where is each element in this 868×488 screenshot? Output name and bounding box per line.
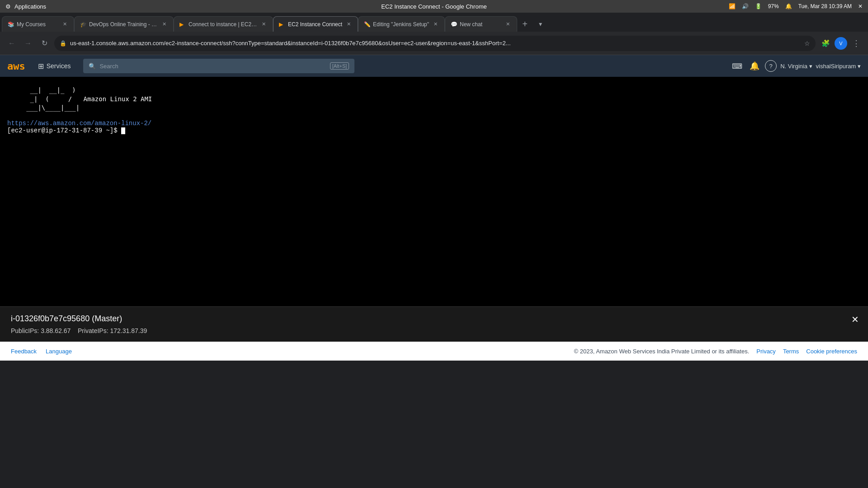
language-link[interactable]: Language xyxy=(46,348,72,355)
tab-close-devops[interactable]: ✕ xyxy=(160,21,168,28)
tab-bar: 📚 My Courses ✕ 🎓 DevOps Online Training … xyxy=(0,13,868,32)
aws-nav: aws ⊞ Services 🔍 Search [Alt+S] ⌨ 🔔 ? N.… xyxy=(0,55,868,77)
tab-favicon-devops: 🎓 xyxy=(80,21,86,28)
aws-search-bar[interactable]: 🔍 Search [Alt+S] xyxy=(83,59,354,73)
footer: Feedback Language © 2023, Amazon Web Ser… xyxy=(0,342,868,361)
tab-label-ec2: EC2 Instance Connect xyxy=(288,21,342,28)
grid-icon: ⊞ xyxy=(38,62,44,70)
battery-level: 97% xyxy=(768,3,779,9)
public-ip-label: PublicIPs: xyxy=(11,327,39,334)
search-shortcut: [Alt+S] xyxy=(330,62,349,70)
address-bar[interactable]: 🔒 us-east-1.console.aws.amazon.com/ec2-i… xyxy=(54,36,816,51)
aws-user[interactable]: vishalSiripuram ▾ xyxy=(816,63,861,70)
instance-info-bar: i-01326f0b7e7c95680 (Master) PublicIPs: … xyxy=(0,306,868,342)
search-placeholder: Search xyxy=(99,63,326,70)
tab-label-my-courses: My Courses xyxy=(17,21,58,28)
tab-favicon-chat: 💬 xyxy=(451,21,457,28)
lock-icon: 🔒 xyxy=(60,40,66,47)
tab-favicon-my-courses: 📚 xyxy=(8,21,14,28)
terminal-cursor xyxy=(121,127,125,134)
instance-details: PublicIPs: 3.88.62.67 PrivateIPs: 172.31… xyxy=(11,327,857,334)
footer-copyright: © 2023, Amazon Web Services India Privat… xyxy=(574,348,750,355)
tab-connect-instance[interactable]: ▶ Connect to instance | EC2 I... ✕ xyxy=(174,16,273,32)
nav-right-icons: 🧩 V ⋮ xyxy=(819,37,863,50)
tab-close-jenkins[interactable]: ✕ xyxy=(432,21,439,28)
terminal-prompt-line: [ec2-user@ip-172-31-87-39 ~]$ xyxy=(7,127,861,134)
os-titlebar: ⚙ Applications EC2 Instance Connect - Go… xyxy=(0,0,868,13)
tab-close-ec2[interactable]: ✕ xyxy=(345,21,352,28)
back-button[interactable]: ← xyxy=(5,37,18,50)
services-label: Services xyxy=(47,62,71,70)
window-title: EC2 Instance Connect - Google Chrome xyxy=(381,3,486,10)
instance-close-button[interactable]: ✕ xyxy=(851,314,859,325)
aws-nav-right: ⌨ 🔔 ? N. Virginia ▾ vishalSiripuram ▾ xyxy=(730,59,861,73)
aws-logo[interactable]: aws xyxy=(7,61,25,72)
tab-close-my-courses[interactable]: ✕ xyxy=(61,21,68,28)
os-app-icon: ⚙ xyxy=(5,3,11,10)
tab-favicon-jenkins: ✏️ xyxy=(364,21,370,28)
instance-title: i-01326f0b7e7c95680 (Master) xyxy=(11,314,857,324)
aws-help-button[interactable]: ? xyxy=(765,60,777,72)
tab-ec2-connect[interactable]: ▶ EC2 Instance Connect ✕ xyxy=(273,16,358,32)
terminal-ascii-art: __| __|_ ) _| ( / Amazon Linux 2 AMI ___… xyxy=(7,86,861,113)
terminal-link: https://aws.amazon.com/amazon-linux-2/ xyxy=(7,120,151,127)
tab-label-chat: New chat xyxy=(460,21,501,28)
aws-bell-icon[interactable]: 🔔 xyxy=(748,59,761,73)
bookmark-icon[interactable]: ☆ xyxy=(804,40,810,47)
menu-icon[interactable]: ⋮ xyxy=(850,37,863,50)
tab-my-courses[interactable]: 📚 My Courses ✕ xyxy=(2,16,74,32)
tab-label-devops: DevOps Online Training - Fe... xyxy=(89,21,158,28)
forward-button[interactable]: → xyxy=(22,37,34,50)
tab-favicon-connect: ▶ xyxy=(179,21,186,28)
feedback-link[interactable]: Feedback xyxy=(11,348,37,355)
terminal-area[interactable]: __| __|_ ) _| ( / Amazon Linux 2 AMI ___… xyxy=(0,77,868,303)
terminal-url-line: https://aws.amazon.com/amazon-linux-2/ xyxy=(7,120,861,127)
terms-link[interactable]: Terms xyxy=(783,348,799,355)
tab-close-chat[interactable]: ✕ xyxy=(504,21,511,28)
add-tab-button[interactable]: + xyxy=(517,16,533,32)
battery-icon: 🔋 xyxy=(755,3,762,9)
tab-editing-jenkins[interactable]: ✏️ Editing "Jenkins Setup" ✕ xyxy=(358,16,445,32)
tab-new-chat[interactable]: 💬 New chat ✕ xyxy=(445,16,517,32)
aws-cloudshell-icon[interactable]: ⌨ xyxy=(730,60,744,72)
profile-avatar[interactable]: V xyxy=(835,37,847,50)
privacy-link[interactable]: Privacy xyxy=(756,348,776,355)
public-ip-value: 3.88.62.67 xyxy=(41,327,71,334)
os-app-label[interactable]: Applications xyxy=(14,3,46,10)
reload-button[interactable]: ↻ xyxy=(38,37,51,50)
tab-list-chevron[interactable]: ▾ xyxy=(533,16,548,32)
tab-devops-training[interactable]: 🎓 DevOps Online Training - Fe... ✕ xyxy=(74,16,174,32)
private-ip-label: PrivateIPs: xyxy=(78,327,108,334)
browser-frame: 📚 My Courses ✕ 🎓 DevOps Online Training … xyxy=(0,13,868,55)
footer-right: © 2023, Amazon Web Services India Privat… xyxy=(574,348,857,355)
network-icon: 📶 xyxy=(729,3,736,9)
search-icon: 🔍 xyxy=(89,63,96,70)
terminal-spacer xyxy=(0,303,868,306)
sound-icon: 🔊 xyxy=(742,3,749,9)
tab-label-jenkins: Editing "Jenkins Setup" xyxy=(373,21,429,28)
close-window-icon[interactable]: ✕ xyxy=(858,3,863,9)
notification-icon: 🔔 xyxy=(785,3,792,9)
nav-bar: ← → ↻ 🔒 us-east-1.console.aws.amazon.com… xyxy=(0,32,868,55)
cookie-preferences-link[interactable]: Cookie preferences xyxy=(806,348,857,355)
url-text: us-east-1.console.aws.amazon.com/ec2-ins… xyxy=(70,40,801,47)
datetime: Tue, Mar 28 10:39 AM xyxy=(798,3,852,9)
aws-region[interactable]: N. Virginia ▾ xyxy=(780,63,812,70)
services-button[interactable]: ⊞ Services xyxy=(33,59,76,73)
private-ip-value: 172.31.87.39 xyxy=(110,327,147,334)
tab-favicon-ec2: ▶ xyxy=(279,21,285,28)
terminal-prompt: [ec2-user@ip-172-31-87-39 ~]$ xyxy=(7,127,121,134)
tab-label-connect: Connect to instance | EC2 I... xyxy=(189,21,257,28)
profile-button[interactable]: V xyxy=(835,37,847,50)
footer-left: Feedback Language xyxy=(11,348,72,355)
tab-close-connect[interactable]: ✕ xyxy=(260,21,267,28)
extensions-icon[interactable]: 🧩 xyxy=(819,37,832,50)
